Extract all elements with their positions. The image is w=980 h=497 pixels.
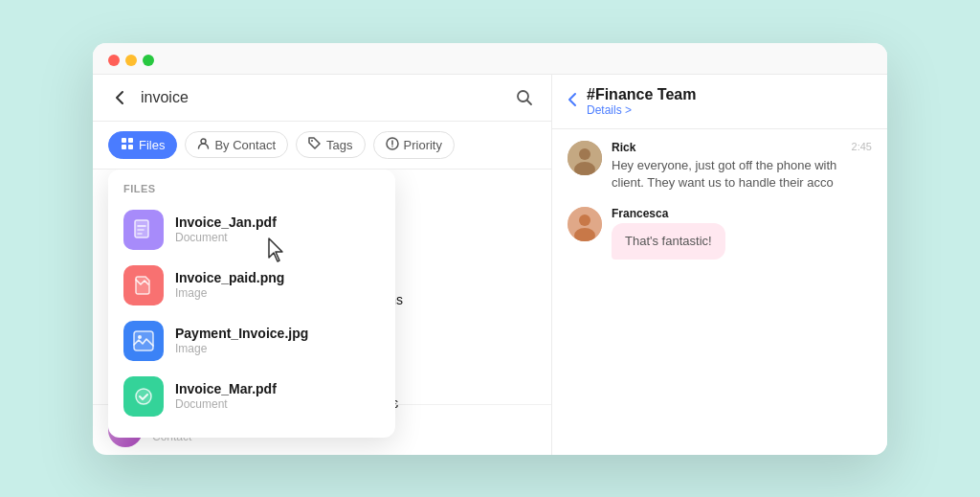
francesca-bubble: That's fantastic! xyxy=(612,223,725,260)
svg-point-0 xyxy=(518,91,528,102)
chat-details-link[interactable]: Details > xyxy=(587,103,696,117)
traffic-lights xyxy=(108,55,154,66)
priority-icon xyxy=(386,137,399,153)
tab-files-label: Files xyxy=(139,138,165,152)
app-window: invoice xyxy=(93,43,887,455)
list-item[interactable]: Payment_Invoice.jpg Image xyxy=(108,313,395,369)
file-icon-purple xyxy=(123,210,164,250)
message-row: Francesca That's fantastic! xyxy=(568,207,872,260)
filter-tabs: Files By Contact xyxy=(93,122,551,169)
main-content: invoice xyxy=(93,75,887,455)
svg-point-28 xyxy=(138,335,142,339)
files-dropdown: FILES Invoice_Jan.pdf xyxy=(108,169,395,438)
message-sender: Rick xyxy=(612,141,842,154)
chat-panel: #Finance Team Details > xyxy=(552,75,887,455)
file-name: Invoice_paid.png xyxy=(175,270,284,285)
tab-by-contact[interactable]: By Contact xyxy=(185,131,288,158)
tab-priority[interactable]: Priority xyxy=(373,131,455,159)
search-back-button[interactable] xyxy=(108,86,131,109)
file-type: Image xyxy=(175,286,284,300)
svg-rect-2 xyxy=(128,138,133,143)
svg-rect-23 xyxy=(135,220,148,237)
svg-rect-4 xyxy=(128,145,133,149)
files-icon xyxy=(121,137,134,153)
list-item[interactable]: Invoice_Jan.pdf Document xyxy=(108,202,395,258)
file-info: Invoice_paid.png Image xyxy=(175,270,284,300)
message-text: Hey everyone, just got off the phone wit… xyxy=(612,157,842,192)
svg-point-29 xyxy=(136,389,151,404)
file-info: Payment_Invoice.jpg Image xyxy=(175,326,308,355)
svg-point-6 xyxy=(311,140,313,142)
file-info: Invoice_Mar.pdf Document xyxy=(175,381,277,411)
search-input[interactable]: invoice xyxy=(141,89,503,106)
search-results: Icons.xls Excel xyxy=(93,169,551,455)
svg-point-8 xyxy=(391,146,393,147)
svg-rect-3 xyxy=(122,145,126,149)
message-row: Rick Hey everyone, just got off the phon… xyxy=(568,141,872,192)
minimize-button[interactable] xyxy=(125,55,137,66)
list-item[interactable]: Invoice_Mar.pdf Document xyxy=(108,369,395,424)
maximize-button[interactable] xyxy=(143,55,154,66)
chat-messages: Rick Hey everyone, just got off the phon… xyxy=(552,129,887,455)
file-type: Image xyxy=(175,342,308,355)
chat-title-block: #Finance Team Details > xyxy=(587,86,696,117)
message-content: Rick Hey everyone, just got off the phon… xyxy=(612,141,842,192)
search-button[interactable] xyxy=(513,86,536,109)
message-sender: Francesca xyxy=(612,207,725,220)
tab-by-contact-label: By Contact xyxy=(214,138,276,152)
chat-title: #Finance Team xyxy=(587,86,696,103)
message-text: That's fantastic! xyxy=(625,233,712,250)
svg-point-34 xyxy=(579,215,590,226)
message-content: Francesca That's fantastic! xyxy=(612,207,725,260)
file-icon-pink xyxy=(123,265,164,305)
svg-rect-1 xyxy=(122,138,126,143)
file-type: Document xyxy=(175,231,277,244)
file-name: Payment_Invoice.jpg xyxy=(175,326,308,341)
tab-tags-label: Tags xyxy=(326,138,352,152)
svg-point-31 xyxy=(579,148,590,160)
tab-files[interactable]: Files xyxy=(108,131,177,159)
close-button[interactable] xyxy=(108,55,120,66)
file-type: Document xyxy=(175,397,277,411)
contact-icon xyxy=(197,137,210,152)
file-icon-blue xyxy=(123,321,164,361)
files-section-label: FILES xyxy=(108,183,395,202)
file-name: Invoice_Jan.pdf xyxy=(175,215,277,230)
file-name: Invoice_Mar.pdf xyxy=(175,381,277,396)
chat-header: #Finance Team Details > xyxy=(552,75,887,129)
tab-priority-label: Priority xyxy=(404,138,442,152)
avatar xyxy=(568,207,602,241)
file-icon-teal xyxy=(123,376,164,417)
tab-tags[interactable]: Tags xyxy=(296,131,365,158)
chat-back-button[interactable] xyxy=(568,92,577,111)
file-info: Invoice_Jan.pdf Document xyxy=(175,215,277,244)
search-header: invoice xyxy=(93,75,551,122)
message-time: 2:45 xyxy=(852,141,872,152)
tag-icon xyxy=(308,137,322,152)
title-bar xyxy=(93,43,887,75)
list-item[interactable]: Invoice_paid.png Image xyxy=(108,258,395,313)
search-panel: invoice xyxy=(93,75,552,455)
avatar xyxy=(568,141,602,175)
